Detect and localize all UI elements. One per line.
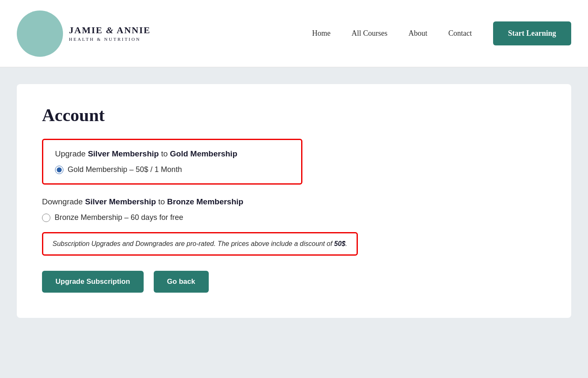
logo-tagline: HEALTH & NUTRITION [69, 37, 151, 42]
bronze-membership-radio-label: Bronze Membership – 60 days for free [55, 213, 183, 222]
upgrade-to-membership: Gold Membership [170, 149, 237, 158]
upgrade-middle: to [159, 149, 170, 158]
nav-item-all-courses[interactable]: All Courses [352, 29, 388, 38]
upgrade-subscription-button[interactable]: Upgrade Subscription [42, 271, 144, 293]
bronze-membership-option[interactable]: Bronze Membership – 60 days for free [42, 213, 546, 222]
downgrade-middle: to [156, 197, 167, 206]
upgrade-prefix: Upgrade [55, 149, 88, 158]
downgrade-prefix: Downgrade [42, 197, 85, 206]
notice-discount-amount: 50$ [334, 240, 346, 247]
start-learning-button[interactable]: Start Learning [493, 21, 572, 45]
page-title: Account [42, 105, 546, 125]
upgrade-from-membership: Silver Membership [88, 149, 159, 158]
nav-item-home[interactable]: Home [312, 29, 331, 38]
notice-text-before: Subscription Upgrades and Downgrades are… [52, 240, 334, 247]
site-header: JAMIE & ANNIE HEALTH & NUTRITION Home Al… [0, 0, 588, 67]
notice-box: Subscription Upgrades and Downgrades are… [42, 232, 358, 256]
downgrade-label: Downgrade Silver Membership to Bronze Me… [42, 197, 546, 206]
upgrade-box: Upgrade Silver Membership to Gold Member… [42, 139, 302, 185]
go-back-button[interactable]: Go back [154, 271, 209, 293]
buttons-row: Upgrade Subscription Go back [42, 271, 546, 293]
logo-text: JAMIE & ANNIE HEALTH & NUTRITION [69, 25, 151, 42]
logo-circle-icon [17, 11, 63, 57]
main-background: Account Upgrade Silver Membership to Gol… [0, 67, 588, 378]
bronze-membership-radio[interactable] [42, 214, 50, 222]
logo-area: JAMIE & ANNIE HEALTH & NUTRITION [17, 11, 151, 57]
logo-brand-name: JAMIE & ANNIE [69, 25, 151, 36]
nav-item-contact[interactable]: Contact [449, 29, 472, 38]
account-card: Account Upgrade Silver Membership to Gol… [17, 84, 571, 318]
downgrade-to-membership: Bronze Membership [167, 197, 244, 206]
gold-membership-option[interactable]: Gold Membership – 50$ / 1 Month [55, 165, 289, 174]
gold-membership-radio-label: Gold Membership – 50$ / 1 Month [68, 165, 182, 174]
notice-text: Subscription Upgrades and Downgrades are… [52, 240, 347, 248]
main-nav: Home All Courses About Contact Start Lea… [312, 21, 571, 45]
downgrade-from-membership: Silver Membership [85, 197, 156, 206]
upgrade-label: Upgrade Silver Membership to Gold Member… [55, 149, 289, 159]
notice-text-after: . [345, 240, 347, 247]
gold-membership-radio[interactable] [55, 166, 63, 174]
nav-item-about[interactable]: About [409, 29, 428, 38]
downgrade-section: Downgrade Silver Membership to Bronze Me… [42, 197, 546, 222]
